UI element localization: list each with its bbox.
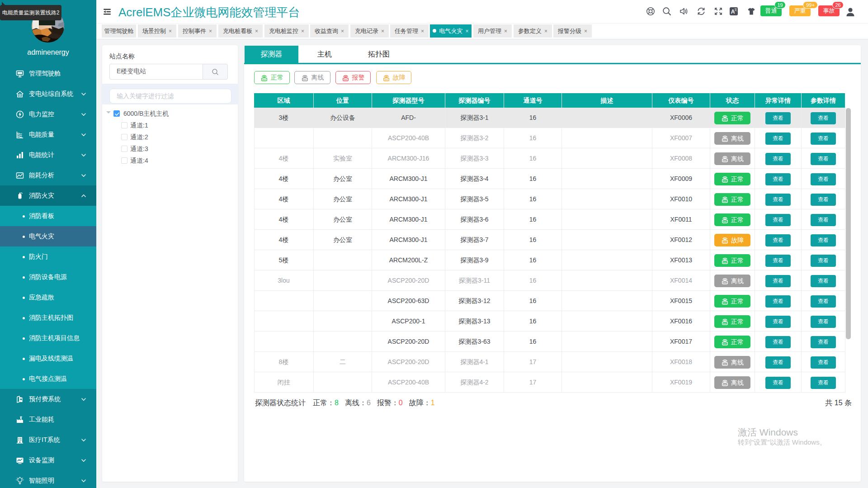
svg-text:文: 文 (734, 8, 737, 11)
